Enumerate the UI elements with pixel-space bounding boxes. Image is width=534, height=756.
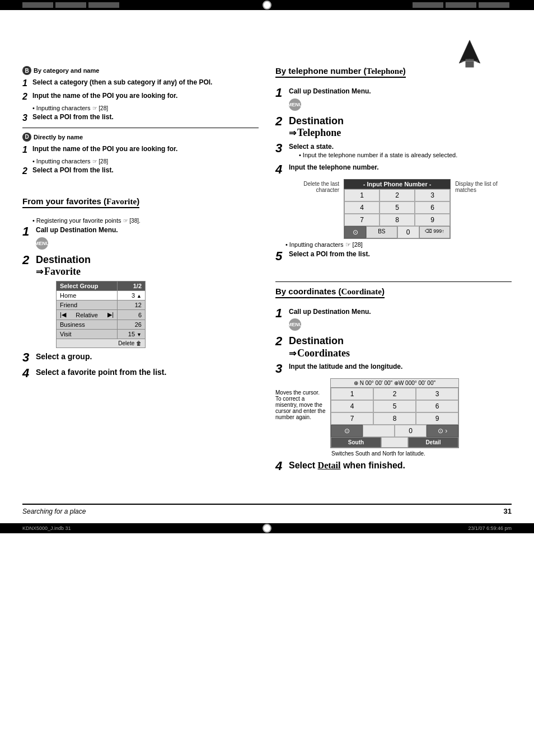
favorite-register-text: Registering your favorite points ☞ [38]. <box>36 217 140 224</box>
coord-sub-label: Coordinates <box>297 348 350 359</box>
fav-step1: 1 Call up Destination Menu. MENU <box>22 226 259 251</box>
svg-rect-1 <box>466 59 474 68</box>
delete-annotation: Delete the last character <box>287 181 339 193</box>
coord-step2-num: 2 <box>275 335 287 348</box>
fav-business-value: 26 <box>118 320 146 330</box>
page-number: 31 <box>504 507 512 515</box>
tel-title-prefix: By telephone number ( <box>275 66 367 76</box>
coord-section-title: By coordinates (Coordinate) <box>275 287 385 298</box>
coord-row-3: 7 8 9 <box>331 412 458 425</box>
phone-btn-6[interactable]: 6 <box>415 201 450 214</box>
phone-btn-5[interactable]: 5 <box>380 201 415 214</box>
coord-step1-text: Call up Destination Menu. <box>289 308 371 316</box>
coord-btn-south[interactable]: South <box>331 437 381 448</box>
fav-table-row-visit[interactable]: Visit 15 ▼ <box>57 330 146 339</box>
step-d1-num: 1 <box>22 145 30 155</box>
coord-btn-3[interactable]: 3 <box>416 388 458 400</box>
phone-btn-2[interactable]: 2 <box>380 189 415 201</box>
step-b1-text: Select a category (then a sub category i… <box>32 78 212 87</box>
fav-nav-prev-icon: |◀ <box>60 311 66 318</box>
coord-title-bold: Coordinate <box>341 287 382 296</box>
fav-step2: 2 Destination ⇒ Favorite <box>22 254 259 278</box>
coord-btn-circle[interactable]: ⊙ <box>331 425 363 437</box>
coord-btn-5[interactable]: 5 <box>373 400 416 412</box>
coord-step4: 4 Select Detail when finished. <box>275 460 512 472</box>
fav-arrow-icon: ⇒ <box>36 266 43 277</box>
coord-btn-detail[interactable]: Detail <box>408 437 458 448</box>
phone-btn-3[interactable]: 3 <box>415 189 450 201</box>
coord-btn-2[interactable]: 2 <box>373 388 416 400</box>
tel-step3-bullet: • Input the telephone number if a state … <box>299 152 457 158</box>
step-b3-text: Select a POI from the list. <box>32 113 114 122</box>
tel-menu-button[interactable]: MENU <box>289 98 301 111</box>
phone-btn-bs[interactable]: BS <box>366 226 397 238</box>
coord-title-prefix: By coordinates ( <box>275 287 341 296</box>
tel-destination-label: Destination <box>289 115 344 128</box>
phone-btn-4[interactable]: 4 <box>344 201 380 214</box>
phone-btn-7[interactable]: 7 <box>344 214 380 226</box>
coord-btn-1[interactable]: 1 <box>331 388 373 400</box>
fav-table-row-friend[interactable]: Friend 12 <box>57 300 146 310</box>
coord-btn-7[interactable]: 7 <box>331 412 373 425</box>
fav-destination-label: Destination <box>36 254 91 266</box>
fav-relative-cell: |◀ Relative ▶| <box>57 310 118 320</box>
phone-btn-1[interactable]: 1 <box>344 189 380 201</box>
step-b2-bullet-text: Inputting characters ☞ [28] <box>36 105 108 111</box>
section-coordinate: By coordinates (Coordinate) 1 Call up De… <box>275 287 512 472</box>
fav-table-row-relative[interactable]: |◀ Relative ▶| 6 <box>57 310 146 320</box>
phone-btn-list[interactable]: ⌫ 999↑ <box>419 226 451 238</box>
coord-row-5: South Detail <box>331 437 458 448</box>
favorite-title-prefix: From your favorites ( <box>22 196 106 206</box>
nav-triangle-icon <box>453 38 486 72</box>
tel-title-suffix: ) <box>403 66 406 76</box>
top-bar-seg5 <box>446 2 476 8</box>
section-favorite: From your favorites (Favorite) • Registe… <box>22 196 259 379</box>
coord-btn-empty <box>363 425 395 437</box>
phone-btn-8[interactable]: 8 <box>380 214 415 226</box>
fav-visit-label: Visit <box>57 330 118 339</box>
coord-step4-num: 4 <box>275 460 287 472</box>
coord-menu-button[interactable]: MENU <box>289 318 301 331</box>
fav-table-delete-row[interactable]: Delete 🗑 <box>57 339 146 348</box>
two-column-layout: B By category and name 1 Select a catego… <box>22 66 512 476</box>
tel-step3-num: 3 <box>275 142 287 154</box>
coord-step3: 3 Input the latitude and the longitude. <box>275 363 512 375</box>
list-annotation: Display the list of matches <box>455 181 512 193</box>
coord-row-4: ⊙ 0 ⊙ › <box>331 425 458 437</box>
tel-inputting-ref: • Inputting characters ☞ [28] <box>285 241 512 248</box>
coord-btn-nav[interactable]: ⊙ › <box>427 425 458 437</box>
tel-step2-num: 2 <box>275 115 287 128</box>
fav-menu-button[interactable]: MENU <box>36 237 48 250</box>
coord-step1: 1 Call up Destination Menu. MENU <box>275 307 512 332</box>
fav-table-row-business[interactable]: Business 26 <box>57 320 146 330</box>
telephone-section-title: By telephone number (Telephone) <box>275 66 406 78</box>
fav-step4-text: Select a favorite point from the list. <box>36 367 166 377</box>
coord-btn-9[interactable]: 9 <box>416 412 458 425</box>
phone-input-ui: - Input Phone Number - 1 2 3 4 5 <box>344 179 451 239</box>
coord-btn-4[interactable]: 4 <box>331 400 373 412</box>
fav-table-row-home[interactable]: Home 3 ▲ <box>57 291 146 300</box>
phone-btn-circle[interactable]: ⊙ <box>344 226 366 238</box>
section-d-header: D Directly by name <box>22 133 259 142</box>
section-d-icon: D <box>22 133 31 142</box>
coord-btn-8[interactable]: 8 <box>373 412 416 425</box>
fav-step3: 3 Select a group. <box>22 351 259 364</box>
page-top <box>22 21 512 60</box>
coord-title-suffix: ) <box>382 287 385 296</box>
coord-row-1: 1 2 3 <box>331 388 458 400</box>
coord-btn-0[interactable]: 0 <box>395 425 427 437</box>
favorite-register-bullet: • Registering your favorite points ☞ [38… <box>32 217 259 224</box>
phone-btn-9[interactable]: 9 <box>415 214 450 226</box>
fav-step3-num: 3 <box>22 351 34 364</box>
step-b2-bullet: • Inputting characters ☞ [28] <box>32 105 259 111</box>
favorite-title-bold: Favorite <box>106 197 137 206</box>
phone-btn-0[interactable]: 0 <box>397 226 419 238</box>
step-b3-num: 3 <box>22 113 30 123</box>
coord-arrow-icon: ⇒ <box>289 348 296 359</box>
step-d2-text: Select a POI from the list. <box>32 166 114 175</box>
step-b1-num: 1 <box>22 78 30 88</box>
fav-sub-label: Favorite <box>44 266 81 278</box>
coord-annotation-right: Switches South and North for latitude. <box>331 450 512 457</box>
coord-btn-6[interactable]: 6 <box>416 400 458 412</box>
tel-step1: 1 Call up Destination Menu. MENU <box>275 87 512 112</box>
